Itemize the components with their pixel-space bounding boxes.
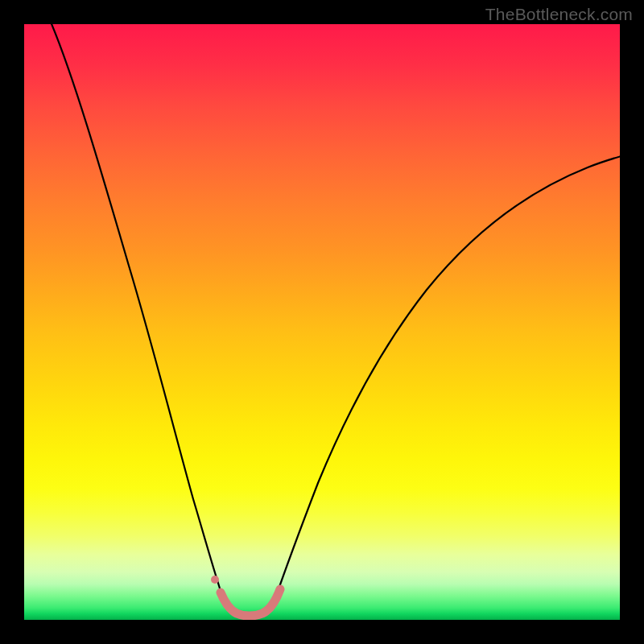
chart-plot-area xyxy=(24,24,620,620)
chart-svg xyxy=(24,24,620,620)
curve-right xyxy=(273,155,620,605)
valley-highlight-curve xyxy=(221,589,280,616)
curve-left xyxy=(50,24,225,605)
watermark-text: TheBottleneck.com xyxy=(485,5,633,24)
valley-dot-start xyxy=(211,576,219,584)
